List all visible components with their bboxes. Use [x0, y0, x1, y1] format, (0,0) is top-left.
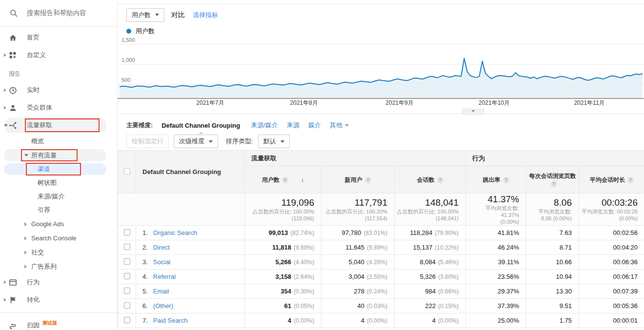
row-checkbox[interactable]	[124, 273, 130, 279]
channel-link[interactable]: Direct	[153, 244, 170, 251]
select-metric-link[interactable]: 选择指标	[193, 11, 218, 19]
sidebar-item-referrals[interactable]: 引荐	[0, 203, 117, 217]
channel-link[interactable]: Social	[153, 258, 170, 266]
row-checkbox[interactable]	[124, 258, 130, 265]
expand-caret-icon[interactable]	[4, 88, 6, 92]
plot-rows-button[interactable]: 绘制选定行	[126, 135, 169, 148]
metric-selector-dropdown[interactable]: 用户数	[126, 8, 164, 22]
expand-caret-icon[interactable]	[24, 265, 27, 269]
sidebar-item-google-ads[interactable]: Google Ads	[0, 217, 117, 231]
table-row: 7.Paid Search4(0.00%)4(0.00%)4(0.00%)25.…	[118, 313, 644, 328]
metric-value: 00:02:56	[579, 226, 644, 240]
metric-percent: (3.60%)	[438, 273, 459, 280]
metric-percent: (0.00%)	[367, 317, 387, 324]
channel-link[interactable]: Referral	[153, 273, 176, 280]
column-header-4[interactable]: 跳出率?	[466, 166, 526, 194]
sidebar-item-label: 首页	[27, 33, 40, 42]
sidebar-item-realtime[interactable]: 实时	[0, 81, 117, 99]
help-icon[interactable]: ?	[551, 181, 557, 187]
expand-caret-icon[interactable]	[24, 251, 27, 254]
sidebar-item-highlight	[4, 163, 106, 175]
sidebar-item-acquisition-overview[interactable]: 概览	[0, 134, 117, 148]
column-header-2[interactable]: 新用户?	[322, 166, 395, 194]
sidebar-item-label: 来源/媒介	[38, 192, 65, 201]
secondary-dimension-label: 次级维度	[179, 137, 204, 146]
sidebar-item-behavior[interactable]: 行为	[0, 273, 117, 291]
sidebar-item-acquisition[interactable]: 流量获取	[0, 116, 117, 134]
expand-caret-icon[interactable]	[4, 280, 6, 284]
select-all-checkbox[interactable]	[124, 168, 130, 175]
dimension-link[interactable]: 来源	[287, 121, 300, 130]
metric-value: 25.00%	[466, 313, 526, 328]
sidebar-item-search-console[interactable]: Search Console	[0, 231, 117, 245]
sidebar-item-all-traffic[interactable]: 所有流量	[0, 148, 117, 162]
expand-caret-icon[interactable]	[4, 298, 6, 302]
sidebar-item-label: 行为	[27, 278, 40, 287]
collapse-arrow-icon	[471, 110, 475, 112]
expand-caret-icon[interactable]	[24, 236, 27, 240]
metric-percent: (0.03%)	[367, 303, 387, 310]
dimension-link[interactable]: 来源/媒介	[251, 121, 278, 130]
sidebar-item-audience[interactable]: 受众群体	[0, 99, 117, 116]
sidebar-item-treemaps[interactable]: 树状图	[0, 176, 117, 190]
chart-collapse-tab[interactable]	[463, 108, 484, 115]
dimension-column-header[interactable]: Default Channel Grouping	[136, 151, 245, 194]
row-checkbox[interactable]	[124, 317, 130, 323]
metric-percent: (9.88%)	[294, 244, 314, 251]
channel-link[interactable]: Organic Search	[153, 229, 197, 236]
sidebar-item-campaigns[interactable]: 广告系列	[0, 259, 117, 273]
secondary-dimension-dropdown[interactable]: 次级维度	[174, 135, 218, 148]
compare-label: 对比	[171, 11, 185, 19]
sidebar-item-label: Search Console	[31, 234, 77, 242]
row-checkbox[interactable]	[124, 288, 130, 294]
sidebar-item-conversions[interactable]: 转化	[0, 291, 117, 309]
metric-value: 46.24%	[466, 240, 526, 255]
channel-link[interactable]: Email	[153, 288, 169, 295]
dimension-link[interactable]: 媒介	[308, 121, 321, 130]
expand-caret-icon[interactable]	[24, 222, 27, 226]
column-header-6[interactable]: 平均会话时长?	[579, 166, 644, 194]
column-header-label: 跳出率	[483, 176, 501, 183]
column-header-3[interactable]: 会话数?	[395, 166, 466, 194]
sidebar-item-customization[interactable]: 自定义	[0, 46, 117, 64]
channel-link[interactable]: Paid Search	[153, 317, 188, 324]
sidebar-item-source-medium[interactable]: 来源/媒介	[0, 190, 117, 203]
help-icon[interactable]: ?	[365, 177, 371, 183]
sidebar-item-channels[interactable]: 渠道	[0, 162, 117, 176]
column-header-5[interactable]: 每次会话浏览页数?	[526, 166, 579, 194]
metric-value: 39.11%	[466, 255, 526, 270]
metric-percent: (79.90%)	[435, 230, 459, 236]
sidebar-item-attribution[interactable]: 归因测试版	[0, 317, 117, 330]
help-icon[interactable]: ?	[503, 177, 509, 183]
help-icon[interactable]: ?	[282, 177, 288, 183]
help-icon[interactable]: ?	[437, 177, 443, 183]
sidebar-search[interactable]: 搜索报告和帮助内容	[0, 0, 117, 27]
expand-caret-icon[interactable]	[4, 53, 6, 57]
home-icon	[8, 33, 18, 42]
metric-value: 11,645	[345, 244, 364, 251]
sidebar-item-home[interactable]: 首页	[0, 29, 117, 46]
row-checkbox[interactable]	[124, 244, 130, 250]
row-checkbox[interactable]	[124, 229, 130, 235]
expand-caret-icon[interactable]	[4, 106, 6, 110]
dimension-default-channel-grouping[interactable]: Default Channel Grouping	[161, 122, 240, 129]
sidebar-item-label: 所有流量	[31, 151, 57, 160]
metric-value: 10.66	[526, 255, 579, 270]
help-icon[interactable]: ?	[627, 177, 634, 183]
metric-value: 00:07:39	[579, 284, 644, 299]
main-content: 用户数 对比 选择指标 用户数 5001,0001,5002021年7月2021…	[117, 0, 644, 330]
collapse-caret-icon[interactable]	[4, 124, 8, 127]
sort-type-dropdown[interactable]: 默认	[258, 135, 290, 148]
group-header-behavior: 行为	[466, 151, 644, 166]
metric-percent: (9.89%)	[367, 244, 387, 251]
collapse-caret-icon[interactable]	[24, 154, 28, 156]
sidebar-item-social[interactable]: 社交	[0, 245, 117, 259]
select-all-cell	[118, 151, 136, 194]
metric-percent: (0.05%)	[294, 303, 314, 310]
column-header-1[interactable]: 用户数?↓	[245, 166, 322, 194]
metric-value: 23.56%	[466, 270, 526, 284]
row-checkbox[interactable]	[124, 302, 130, 309]
channel-link[interactable]: (Other)	[153, 302, 173, 310]
dimension-more-dropdown[interactable]: 其他	[330, 121, 349, 130]
beta-badge: 测试版	[42, 320, 57, 327]
